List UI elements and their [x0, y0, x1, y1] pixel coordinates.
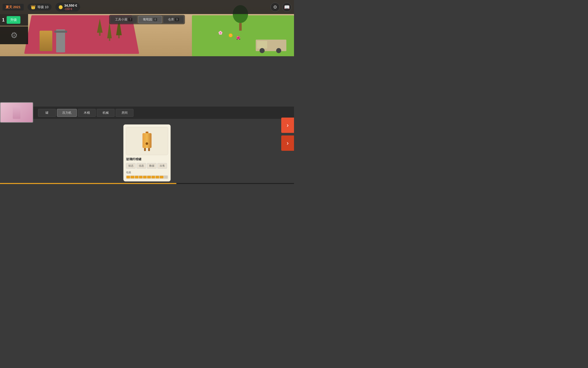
- upgrade-section: 1 升级: [0, 14, 28, 26]
- cat-tab-can[interactable]: 罐: [38, 109, 56, 117]
- tab-vineyard[interactable]: 葡萄园 8: [138, 16, 162, 23]
- tab-number-vineyard: 8: [153, 18, 157, 21]
- progress-bar: [126, 175, 168, 179]
- seg-5: [143, 176, 147, 178]
- svg-rect-4: [144, 148, 146, 151]
- seg-1: [127, 176, 130, 178]
- seg-10: [164, 176, 167, 178]
- scroll-up-button[interactable]: ›: [281, 118, 294, 133]
- left-level-num: 1: [2, 17, 5, 23]
- svg-rect-5: [148, 148, 150, 151]
- tab-number-toolshed: 7: [128, 18, 132, 21]
- seg-2: [131, 176, 134, 178]
- book-button[interactable]: 📖: [282, 3, 291, 12]
- seg-7: [151, 176, 155, 178]
- action-tab-sell[interactable]: 出售: [157, 163, 167, 169]
- money-amount: 34,550 €: [64, 4, 77, 7]
- seg-9: [160, 176, 163, 178]
- svg-point-3: [146, 142, 148, 145]
- bottom-progress-bar: [0, 183, 294, 184]
- svg-rect-0: [146, 132, 149, 133]
- category-tabs: 罐 压力机 木桶 机械 房间: [38, 109, 133, 117]
- money-change: -150 €: [64, 7, 77, 10]
- level-text: 等级 10: [37, 5, 48, 9]
- tree-1: [97, 19, 103, 36]
- scroll-down-icon: ›: [287, 140, 289, 147]
- press-machine: [56, 29, 65, 52]
- tree-2: [107, 22, 112, 41]
- crown-icon: 👑: [31, 5, 36, 9]
- action-tab-status[interactable]: 状态: [126, 163, 136, 169]
- cat-tab-barrel[interactable]: 木桶: [78, 109, 96, 117]
- bottom-nav: ℹ 🏠 库存 罐 压力机 木桶 机械 房间: [0, 107, 294, 119]
- item-section-label: 包装: [126, 171, 168, 174]
- cat-tab-room[interactable]: 房间: [116, 109, 133, 117]
- item-image-area: [126, 127, 168, 155]
- tab-number-warehouse: 9: [175, 18, 179, 21]
- season-badge: 夏天 2021: [3, 4, 24, 10]
- money-badge: 🪙 34,550 € -150 €: [55, 3, 80, 12]
- seg-8: [156, 176, 159, 178]
- scroll-down-button[interactable]: ›: [281, 135, 294, 151]
- settings-section[interactable]: ⚙: [0, 26, 28, 44]
- barrel: [40, 31, 52, 51]
- hud-right: ⚙ 📖: [271, 3, 291, 12]
- action-tab-data[interactable]: 数据: [147, 163, 157, 169]
- thumbnail-image: [13, 106, 20, 119]
- flower-2: 🌼: [228, 33, 233, 37]
- level-badge: 👑 等级 10: [28, 4, 52, 10]
- item-card: 玻璃纤维罐 状态 信息 数据 出售 包装: [124, 124, 171, 181]
- flower-1: 🌸: [218, 31, 223, 35]
- gear-icon: ⚙: [10, 30, 18, 40]
- tank-svg: [140, 130, 154, 152]
- left-thumbnail[interactable]: [0, 102, 33, 123]
- item-name: 玻璃纤维罐: [126, 157, 168, 162]
- building-tabs: 工具小屋 7 葡萄园 8 仓库 9: [109, 15, 185, 24]
- scroll-up-icon: ›: [287, 122, 289, 129]
- cat-tab-machinery[interactable]: 机械: [97, 109, 115, 117]
- seg-6: [147, 176, 151, 178]
- action-tab-info[interactable]: 信息: [137, 163, 146, 169]
- progress-fill: [0, 183, 176, 184]
- seg-3: [135, 176, 138, 178]
- svg-rect-2: [143, 133, 152, 148]
- truck: [256, 36, 286, 54]
- thumbnail-inner: [1, 103, 33, 122]
- tab-toolshed[interactable]: 工具小屋 7: [110, 16, 137, 23]
- tab-warehouse[interactable]: 仓库 9: [163, 16, 184, 23]
- flower-3: 🌺: [236, 36, 240, 40]
- bottom-panel: 玻璃纤维罐 状态 信息 数据 出售 包装: [0, 119, 294, 184]
- cat-tab-press[interactable]: 压力机: [57, 109, 77, 117]
- settings-button[interactable]: ⚙: [271, 3, 280, 12]
- coin-icon: 🪙: [58, 5, 63, 9]
- top-hud: 夏天 2021 👑 等级 10 🪙 34,550 € -150 € ⚙ 📖: [0, 0, 294, 14]
- seg-4: [139, 176, 142, 178]
- item-action-tabs: 状态 信息 数据 出售: [126, 163, 168, 169]
- left-panel: 1 升级 ⚙: [0, 14, 28, 44]
- upgrade-button[interactable]: 升级: [7, 16, 20, 24]
